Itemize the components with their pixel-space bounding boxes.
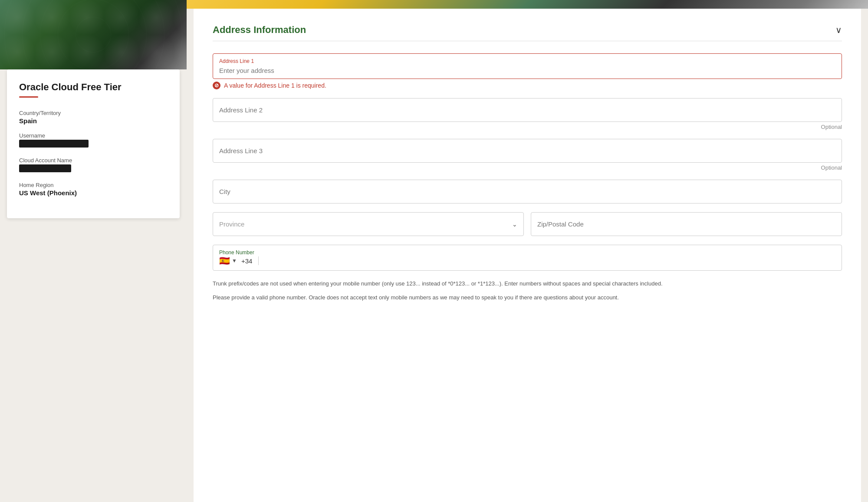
- phone-field: Phone Number 🇪🇸 ▼ +34: [213, 245, 842, 271]
- username-section: Username: [19, 132, 168, 149]
- app-title: Oracle Cloud Free Tier: [19, 82, 168, 93]
- error-icon: ⊘: [213, 82, 220, 89]
- username-label: Username: [19, 132, 168, 139]
- province-select-wrapper: Province ⌄: [213, 213, 523, 236]
- address-line3-field: Optional: [213, 139, 842, 171]
- address-line2-wrapper: [213, 98, 842, 122]
- right-panel-header: [187, 0, 868, 9]
- address-line3-wrapper: [213, 139, 842, 163]
- cloud-account-section: Cloud Account Name: [19, 157, 168, 174]
- address-line1-field: Address Line 1 ⊘ A value for Address Lin…: [213, 53, 842, 89]
- section-title: Address Information: [213, 24, 306, 36]
- flag-dropdown-chevron-icon: ▼: [232, 258, 237, 264]
- address-line2-optional: Optional: [213, 124, 842, 130]
- spain-flag-icon: 🇪🇸: [219, 256, 230, 266]
- section-header: Address Information ∨: [213, 24, 842, 41]
- right-panel-content: Address Information ∨ Address Line 1 ⊘ A…: [194, 9, 861, 502]
- address-line2-field: Optional: [213, 98, 842, 130]
- province-zip-group: Province ⌄: [213, 212, 842, 236]
- phone-country-code: +34: [241, 257, 252, 265]
- province-select[interactable]: Province: [213, 213, 523, 236]
- right-panel: Address Information ∨ Address Line 1 ⊘ A…: [187, 0, 868, 502]
- phone-help-text-1: Trunk prefix/codes are not used when ent…: [213, 279, 842, 288]
- flag-selector[interactable]: 🇪🇸 ▼: [219, 256, 237, 266]
- zip-input[interactable]: [531, 213, 842, 236]
- left-panel-header: [0, 0, 187, 69]
- country-value: Spain: [19, 117, 168, 125]
- country-section: Country/Territory Spain: [19, 110, 168, 125]
- error-text: A value for Address Line 1 is required.: [224, 82, 326, 89]
- home-region-section: Home Region US West (Phoenix): [19, 182, 168, 197]
- city-field: [213, 180, 842, 203]
- city-wrapper: [213, 180, 842, 203]
- city-input[interactable]: [213, 180, 842, 203]
- phone-divider: [258, 256, 259, 265]
- zip-wrapper: [531, 212, 842, 236]
- province-wrapper: Province ⌄: [213, 212, 524, 236]
- country-label: Country/Territory: [19, 110, 168, 116]
- phone-label: Phone Number: [213, 245, 842, 256]
- address-line3-input[interactable]: [213, 139, 842, 162]
- cloud-account-redacted: [19, 164, 71, 172]
- phone-wrapper: Phone Number 🇪🇸 ▼ +34: [213, 245, 842, 271]
- address-line1-error-message: ⊘ A value for Address Line 1 is required…: [213, 82, 842, 89]
- username-redacted: [19, 140, 89, 148]
- phone-help-text-2: Please provide a valid phone number. Ora…: [213, 293, 842, 302]
- zip-field: [531, 212, 842, 236]
- cloud-account-label: Cloud Account Name: [19, 157, 168, 164]
- left-panel-card: Oracle Cloud Free Tier Country/Territory…: [7, 69, 180, 218]
- province-field: Province ⌄: [213, 212, 524, 236]
- address-line2-input[interactable]: [213, 98, 842, 121]
- title-underline: [19, 96, 38, 98]
- home-region-label: Home Region: [19, 182, 168, 188]
- address-line1-wrapper: Address Line 1: [213, 53, 842, 79]
- address-line3-optional: Optional: [213, 164, 842, 171]
- collapse-chevron-icon[interactable]: ∨: [835, 25, 842, 35]
- home-region-value: US West (Phoenix): [19, 189, 168, 197]
- phone-number-input[interactable]: [265, 257, 835, 265]
- address-line1-input[interactable]: [213, 54, 842, 79]
- phone-input-row: 🇪🇸 ▼ +34: [213, 256, 842, 270]
- left-panel: Oracle Cloud Free Tier Country/Territory…: [0, 0, 187, 502]
